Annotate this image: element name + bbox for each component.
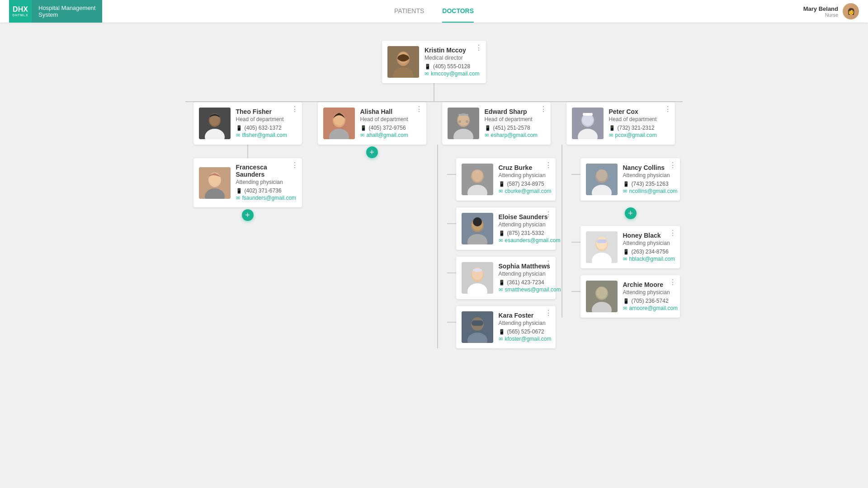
phone-icon-cruz	[499, 181, 505, 187]
phone-icon	[425, 63, 431, 70]
card-menu-kara[interactable]: ⋮	[545, 310, 552, 317]
nav-doctors[interactable]: DOCTORS	[442, 0, 474, 23]
card-menu-eloise[interactable]: ⋮	[545, 211, 552, 218]
email-icon-archie	[623, 305, 627, 311]
email-val-edward: esharp@gmail.com	[491, 132, 538, 138]
card-menu-archie[interactable]: ⋮	[669, 279, 676, 286]
email-val-alisha: ahall@gmail.com	[367, 132, 408, 138]
photo-kara	[462, 311, 493, 343]
col-peter: Peter Cox Head of department (732) 321-2…	[558, 102, 683, 348]
card-email-archie: amoore@gmail.com	[623, 305, 678, 311]
phone-val-theo: (405) 632-1372	[245, 125, 282, 131]
svg-rect-40	[472, 320, 483, 326]
card-menu-cruz[interactable]: ⋮	[545, 162, 552, 169]
card-email-honey: hblack@gmail.com	[623, 256, 675, 262]
svg-point-49	[596, 169, 607, 181]
phone-val-sophia: (361) 423-7234	[507, 279, 544, 286]
card-name-theo: Theo Fisher	[236, 108, 297, 115]
card-alisha-hall: Alisha Hall Head of department (405) 372…	[318, 102, 426, 145]
svg-point-26	[472, 170, 483, 182]
org-chart: Kristin Mccoy Medical director (405) 555…	[9, 36, 859, 348]
card-menu-nancy[interactable]: ⋮	[669, 162, 676, 169]
card-name-peter: Peter Cox	[609, 108, 670, 115]
main-content: Kristin Mccoy Medical director (405) 555…	[0, 23, 868, 488]
phone-val-honey: (263) 234-8756	[632, 249, 669, 255]
card-menu-theo[interactable]: ⋮	[291, 106, 298, 113]
card-name-honey: Honey Black	[623, 232, 675, 239]
phone-icon-peter	[609, 125, 615, 131]
photo-archie	[586, 281, 618, 312]
photo-sophia	[462, 262, 493, 294]
child-wrap-kara: Kara Foster Attending physician (565) 52…	[447, 306, 556, 348]
user-role: Nurse	[803, 12, 838, 18]
phone-icon-kara	[499, 328, 505, 335]
photo-peter	[572, 108, 604, 139]
card-name-francesca: Francesca Saunders	[236, 164, 297, 178]
child-wrap-nancy: Nancy Collins Attending physician (743) …	[571, 158, 680, 201]
card-menu-alisha[interactable]: ⋮	[415, 106, 423, 113]
photo-nancy	[586, 164, 618, 195]
card-kristin-mccoy: Kristin Mccoy Medical director (405) 555…	[382, 41, 486, 83]
card-edward-sharp: Edward Sharp Head of department (451) 25…	[442, 102, 551, 145]
card-archie-moore: Archie Moore Attending physician (705) 2…	[580, 275, 680, 318]
add-btn-francesca[interactable]: +	[242, 209, 254, 221]
card-role-kara: Attending physician	[499, 320, 552, 326]
email-val-archie: amoore@gmail.com	[629, 305, 678, 311]
add-btn-nancy[interactable]: +	[625, 207, 637, 219]
phone-val-kara: (565) 525-0672	[507, 328, 544, 335]
add-btn-alisha[interactable]: +	[366, 146, 378, 158]
hline-kara	[447, 322, 456, 323]
card-menu-kristin[interactable]: ⋮	[475, 44, 482, 52]
email-val-eloise: esaunders@gmail.com	[505, 237, 561, 244]
child-wrap-archie: Archie Moore Attending physician (705) 2…	[571, 275, 680, 318]
header-left: DHX DHTMLX Hospital ManagementSystem	[9, 0, 102, 23]
card-role-sophia: Attending physician	[499, 271, 561, 277]
system-title: Hospital ManagementSystem	[32, 0, 102, 23]
peter-children-wrap: Nancy Collins Attending physician (743) …	[561, 145, 680, 318]
phone-val-eloise: (875) 231-5332	[507, 230, 544, 236]
email-icon-theo	[236, 132, 240, 138]
card-email-nancy: ncollins@gmail.com	[623, 188, 678, 194]
rail-peter	[561, 145, 562, 318]
email-icon-eloise	[499, 237, 503, 244]
email-val-kara: kfoster@gmail.com	[505, 336, 552, 342]
card-menu-peter[interactable]: ⋮	[664, 106, 671, 113]
card-phone-kristin: (405) 555-0128	[425, 63, 481, 70]
card-name-edward: Edward Sharp	[485, 108, 545, 115]
edward-children: Cruz Burke Attending physician (587) 234…	[437, 145, 556, 348]
phone-val-francesca: (402) 371-6736	[245, 188, 282, 194]
card-phone-sophia: (361) 423-7234	[499, 279, 561, 286]
svg-point-22	[466, 120, 468, 123]
hline-eloise	[447, 223, 456, 224]
vline-root	[434, 83, 434, 101]
svg-rect-20	[458, 114, 468, 116]
phone-value-kristin: (405) 555-0128	[433, 63, 470, 70]
card-role-archie: Attending physician	[623, 289, 678, 296]
header-user: Mary Beland Nurse 👩	[803, 3, 859, 19]
card-menu-edward[interactable]: ⋮	[540, 106, 547, 113]
card-role-honey: Attending physician	[623, 240, 675, 246]
email-icon-nancy	[623, 188, 627, 194]
l1-row: Theo Fisher Head of department (405) 632…	[185, 102, 683, 348]
card-role-francesca: Attending physician	[236, 179, 297, 185]
svg-rect-36	[473, 268, 482, 272]
hline-archie	[571, 291, 580, 292]
card-role-eloise: Attending physician	[499, 221, 561, 228]
phone-val-edward: (451) 251-2578	[493, 125, 530, 131]
card-name-alisha: Alisha Hall	[360, 108, 421, 115]
child-wrap-sophia: Sophia Matthews Attending physician (361…	[447, 257, 556, 299]
email-val-peter: pcox@gmail.com	[615, 132, 657, 138]
card-honey-black: Honey Black Attending physician (263) 23…	[580, 226, 680, 268]
card-menu-francesca[interactable]: ⋮	[291, 162, 298, 169]
nav-patients[interactable]: PATIENTS	[394, 0, 424, 23]
col-edward: Edward Sharp Head of department (451) 25…	[434, 102, 558, 348]
phone-icon-francesca	[236, 188, 242, 194]
card-phone-eloise: (875) 231-5332	[499, 230, 561, 236]
card-menu-sophia[interactable]: ⋮	[545, 260, 552, 267]
hline-honey	[571, 242, 580, 243]
card-menu-honey[interactable]: ⋮	[669, 230, 676, 237]
card-role-peter: Head of department	[609, 116, 670, 122]
card-phone-francesca: (402) 371-6736	[236, 188, 297, 194]
card-info-francesca: Francesca Saunders Attending physician (…	[236, 164, 297, 202]
card-email-cruz: cburke@gmail.com	[499, 188, 552, 194]
